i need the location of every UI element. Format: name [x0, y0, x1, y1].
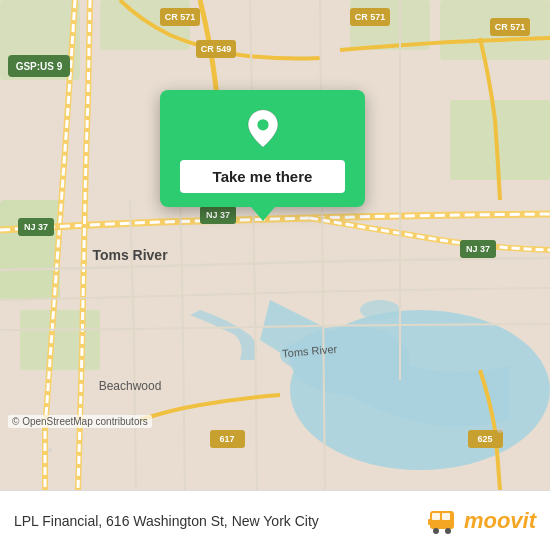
- svg-rect-40: [442, 513, 450, 520]
- svg-text:CR 571: CR 571: [495, 22, 526, 32]
- svg-rect-43: [428, 519, 431, 525]
- location-popup: Take me there: [155, 90, 370, 221]
- svg-rect-5: [0, 200, 60, 300]
- svg-text:Beachwood: Beachwood: [99, 379, 162, 393]
- svg-point-4: [360, 300, 400, 320]
- svg-rect-6: [20, 310, 100, 370]
- popup-box: Take me there: [160, 90, 365, 207]
- svg-point-37: [257, 119, 268, 130]
- location-pin-icon: [242, 108, 284, 150]
- svg-text:CR 571: CR 571: [165, 12, 196, 22]
- svg-rect-44: [451, 519, 454, 525]
- moovit-bus-icon: [428, 505, 460, 537]
- svg-point-35: [48, 448, 52, 452]
- svg-text:617: 617: [219, 434, 234, 444]
- bottom-bar: LPL Financial, 616 Washington St, New Yo…: [0, 490, 550, 550]
- moovit-text: moovit: [464, 508, 536, 534]
- osm-credit: © OpenStreetMap contributors: [8, 415, 152, 428]
- svg-point-41: [433, 528, 439, 534]
- popup-arrow: [251, 207, 275, 221]
- svg-point-36: [497, 427, 503, 433]
- svg-text:NJ 37: NJ 37: [466, 244, 490, 254]
- take-me-there-button[interactable]: Take me there: [180, 160, 345, 193]
- address-text: LPL Financial, 616 Washington St, New Yo…: [14, 513, 428, 529]
- svg-point-42: [445, 528, 451, 534]
- svg-rect-39: [432, 513, 440, 520]
- svg-text:NJ 37: NJ 37: [24, 222, 48, 232]
- svg-text:CR 571: CR 571: [355, 12, 386, 22]
- svg-text:GSP:US 9: GSP:US 9: [16, 61, 63, 72]
- svg-text:Toms River: Toms River: [92, 247, 168, 263]
- svg-text:625: 625: [477, 434, 492, 444]
- map-container: GSP:US 9 NJ 37 NJ 37 NJ 37 CR 549 CR 571…: [0, 0, 550, 490]
- svg-text:CR 549: CR 549: [201, 44, 232, 54]
- moovit-logo: moovit: [428, 505, 536, 537]
